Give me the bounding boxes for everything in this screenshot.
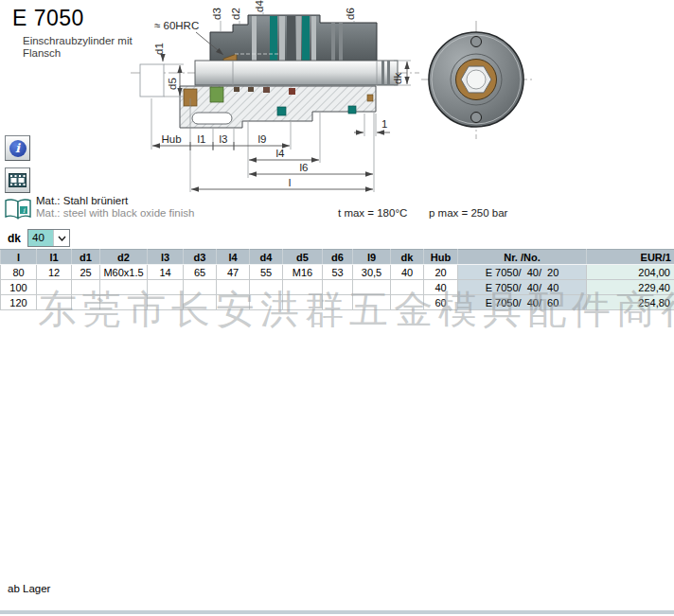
value-cell: 40 <box>424 280 458 295</box>
dim-label-d4: d4 f7 <box>254 0 265 12</box>
value-cell: 12 <box>37 265 72 280</box>
t-max-value: t max = 180°C <box>338 207 407 219</box>
value-cell <box>72 295 100 310</box>
value-cell: 80 <box>1 265 37 280</box>
value-cell <box>72 280 100 295</box>
column-header-l3: l3 <box>148 250 184 265</box>
page-subtitle: Einschraubzylinder mit Flansch <box>23 35 133 60</box>
value-cell <box>217 295 250 310</box>
material-en: Mat.: steel with black oxide finish <box>36 207 194 220</box>
seal-dark-2 <box>248 87 254 92</box>
column-header-hub: Hub <box>424 250 458 265</box>
column-header-l4: l4 <box>217 250 250 265</box>
value-cell <box>217 280 250 295</box>
dim-label-d5: d5 <box>167 78 178 90</box>
table-row: 801225M60x1.514654755M165330,54020E 7050… <box>1 265 674 280</box>
seal-green <box>210 87 223 102</box>
value-cell: 53 <box>323 265 353 280</box>
dim-label-l1: l1 <box>198 133 206 145</box>
dk-select-label: dk <box>8 232 21 245</box>
dim-label-dk: dk <box>392 73 403 84</box>
column-header-eur1: EUR/1 <box>587 250 674 265</box>
chevron-down-icon <box>58 236 66 241</box>
value-cell: 120 <box>1 295 37 310</box>
dim-label-l4: l4 <box>276 148 286 159</box>
value-cell <box>250 295 283 310</box>
subtitle-line-1: Einschraubzylinder mit <box>23 35 133 47</box>
column-header-d4: d4 <box>250 250 283 265</box>
value-cell <box>148 295 184 310</box>
oil-port <box>192 113 232 124</box>
value-cell: M60x1.5 <box>100 265 148 280</box>
value-cell <box>283 295 323 310</box>
dk-select[interactable]: 40 <box>27 229 70 247</box>
value-cell: 60 <box>424 295 458 310</box>
rod-ring-2 <box>387 61 390 85</box>
table-header-row: ll1d1d2l3d3l4d4d5d6l9dkHubNr. /No.EUR/1 <box>1 250 674 265</box>
price-cell: 204,00 <box>587 265 674 280</box>
column-header-d2: d2 <box>100 250 148 265</box>
value-cell: 55 <box>250 265 283 280</box>
value-cell <box>184 295 217 310</box>
subtitle-line-2: Flansch <box>23 47 133 60</box>
column-header-dk: dk <box>391 250 424 265</box>
technical-drawing: ≈ 60HRC d3 d2 d4 f7 d6 d1 d5 dk 1 Hub l1… <box>0 0 674 220</box>
info-button[interactable]: i <box>5 135 30 161</box>
rod-ring-1 <box>381 61 384 85</box>
column-header-d1: d1 <box>72 250 100 265</box>
catalog-button[interactable]: i <box>3 198 32 223</box>
column-header-d3: d3 <box>184 250 217 265</box>
value-cell <box>391 295 424 310</box>
order-number-cell: E 7050/ 40/ 20 <box>458 265 587 280</box>
front-view <box>421 21 532 139</box>
value-cell <box>184 280 217 295</box>
horizontal-scrollbar[interactable] <box>0 610 674 614</box>
value-cell <box>100 280 148 295</box>
page-title: E 7050 <box>12 6 84 31</box>
value-cell <box>391 280 424 295</box>
dim-label-hub: Hub <box>161 133 181 145</box>
value-cell: 30,5 <box>353 265 391 280</box>
value-cell <box>353 295 391 310</box>
hardness-label: ≈ 60HRC <box>154 20 199 31</box>
value-cell <box>100 295 148 310</box>
value-cell: 25 <box>72 265 100 280</box>
oring-teal-1 <box>277 107 286 115</box>
value-cell: 47 <box>217 265 250 280</box>
piston-rod <box>195 61 398 85</box>
dim-label-l3: l3 <box>220 133 228 145</box>
price-cell: 229,40 <box>587 280 674 295</box>
material-info: Mat.: Stahl brüniert Mat.: steel with bl… <box>36 195 194 220</box>
table-row: 10040E 7050/ 40/ 40229,40 <box>1 280 674 295</box>
table-row: 12060E 7050/ 40/ 60254,80 <box>1 295 674 310</box>
order-number-cell: E 7050/ 40/ 40 <box>458 280 587 295</box>
value-cell <box>323 295 353 310</box>
dk-dropdown-button[interactable] <box>53 230 69 246</box>
value-cell <box>37 280 72 295</box>
value-cell <box>353 280 391 295</box>
oring-teal-2 <box>348 106 356 114</box>
seal-red <box>289 88 295 95</box>
value-cell: 20 <box>424 265 458 280</box>
column-header-l: l <box>1 250 37 265</box>
dim-label-one: 1 <box>381 118 387 130</box>
seal-bronze-right <box>367 95 373 101</box>
value-cell <box>37 295 72 310</box>
value-cell <box>283 280 323 295</box>
p-max-value: p max = 250 bar <box>429 207 507 219</box>
value-cell: 14 <box>148 265 184 280</box>
column-header-l9: l9 <box>353 250 391 265</box>
phantom-rod-end <box>140 64 164 97</box>
value-cell <box>250 280 283 295</box>
stock-note: ab Lager <box>8 583 50 594</box>
page: { "header": { "title": "E 7050", "subtit… <box>0 0 674 616</box>
dim-label-d6: d6 <box>345 8 356 20</box>
video-button[interactable] <box>5 167 30 193</box>
price-table: ll1d1d2l3d3l4d4d5d6l9dkHubNr. /No.EUR/18… <box>0 249 674 310</box>
seal-dark-1 <box>234 87 239 92</box>
column-header-l1: l1 <box>37 250 72 265</box>
rod-center-circle <box>467 70 486 89</box>
value-cell: 40 <box>391 265 424 280</box>
bolt-hole-bottom <box>471 113 482 123</box>
column-header-d5: d5 <box>283 250 323 265</box>
